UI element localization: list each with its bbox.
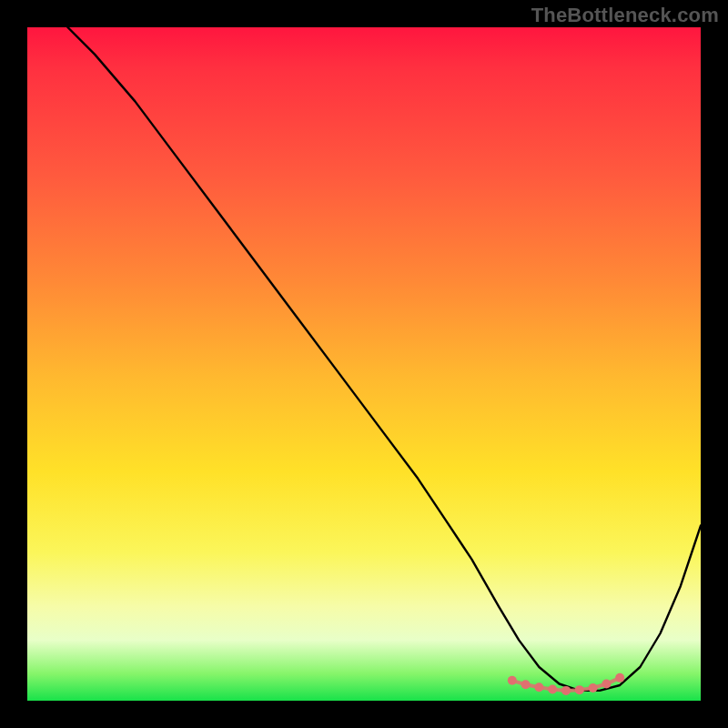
marker-dot <box>548 684 557 693</box>
marker-dot <box>508 676 517 685</box>
plot-area <box>27 27 701 701</box>
curve-path <box>67 27 701 691</box>
marker-dot <box>589 683 598 693</box>
marker-dot <box>602 680 611 689</box>
watermark-text: TheBottleneck.com <box>531 4 719 27</box>
chart-stage: TheBottleneck.com <box>0 0 728 728</box>
marker-dot <box>534 682 543 692</box>
plot-svg <box>27 27 701 701</box>
marker-dot <box>575 685 584 694</box>
marker-dot <box>561 686 571 695</box>
marker-dot <box>521 680 531 689</box>
marker-dot <box>615 673 624 682</box>
